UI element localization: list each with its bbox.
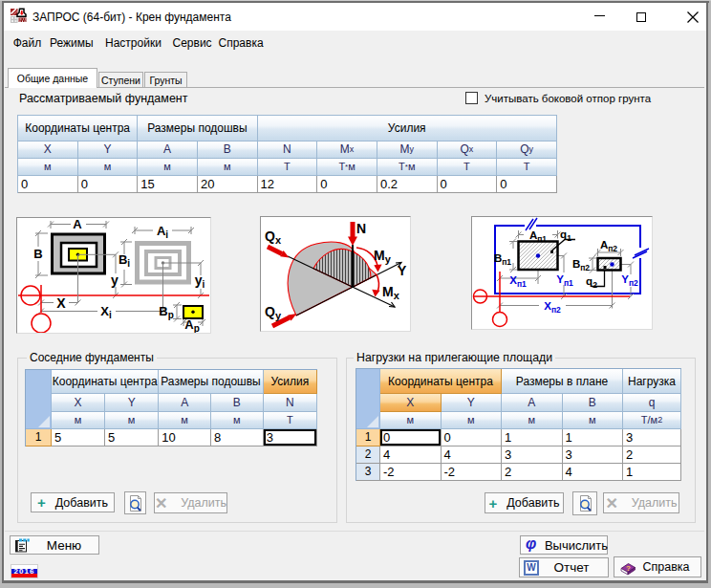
svg-text:Ai: Ai xyxy=(157,224,168,240)
svg-text:Ap: Ap xyxy=(184,317,200,333)
svg-text:X: X xyxy=(56,295,66,311)
svg-text:q1: q1 xyxy=(560,229,571,243)
svg-text:q2: q2 xyxy=(586,275,597,290)
svg-text:Bp: Bp xyxy=(159,304,174,320)
svg-text:Y: Y xyxy=(398,263,407,278)
svg-text:Хп2: Хп2 xyxy=(544,300,561,315)
svg-text:Qx: Qx xyxy=(265,229,282,246)
svg-text:My: My xyxy=(374,248,392,265)
svg-text:Qy: Qy xyxy=(265,304,282,321)
svg-text:Вп2: Вп2 xyxy=(572,258,590,272)
svg-text:Yп1: Yп1 xyxy=(556,273,573,288)
svg-text:y: y xyxy=(111,272,118,288)
svg-text:Вп1: Вп1 xyxy=(494,252,511,267)
svg-text:Ап2: Ап2 xyxy=(600,239,617,253)
svg-text:Xi: Xi xyxy=(100,304,112,320)
svg-text:B: B xyxy=(33,247,42,261)
svg-text:Yп2: Yп2 xyxy=(621,273,638,288)
svg-text:A: A xyxy=(73,218,82,231)
svg-text:Mx: Mx xyxy=(382,284,400,301)
svg-text:N: N xyxy=(356,221,366,236)
svg-text:yi: yi xyxy=(195,272,205,290)
svg-text:?: ? xyxy=(626,564,631,573)
svg-text:Хп1: Хп1 xyxy=(509,274,527,289)
svg-text:Bi: Bi xyxy=(118,252,130,269)
